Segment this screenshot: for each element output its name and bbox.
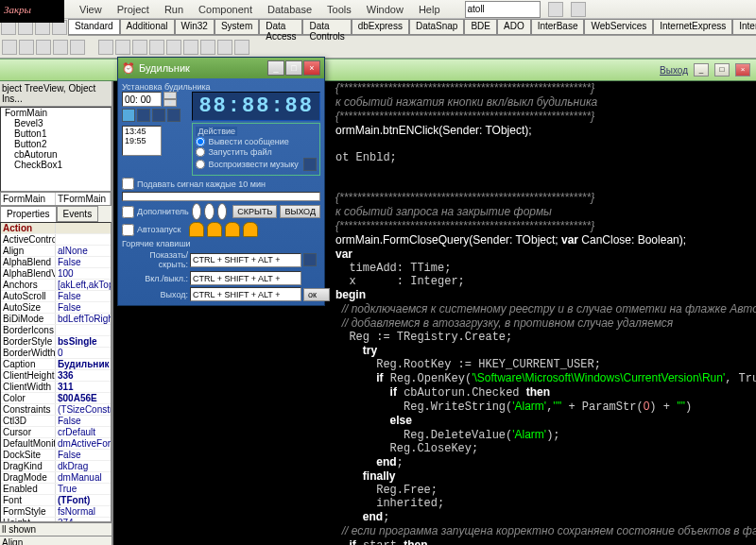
hotkey-input[interactable] xyxy=(190,271,301,285)
tab-system[interactable]: System xyxy=(215,19,259,35)
toolbar-icon[interactable] xyxy=(571,2,586,17)
component-icon[interactable] xyxy=(183,40,198,55)
radio-message[interactable] xyxy=(196,137,205,146)
prop-value[interactable]: False xyxy=(56,416,111,426)
tab-ado[interactable]: ADO xyxy=(497,19,531,35)
radio-playmusic[interactable] xyxy=(196,160,205,169)
prop-value[interactable]: (TFont) xyxy=(56,495,111,505)
prop-value[interactable]: 100 xyxy=(56,268,111,279)
tree-item[interactable]: Button1 xyxy=(1,128,111,139)
clock-icon[interactable] xyxy=(204,203,215,220)
saveall-icon[interactable] xyxy=(36,40,51,55)
prop-value[interactable]: 336 xyxy=(56,370,111,381)
menu-window[interactable]: Window xyxy=(363,3,407,16)
prop-value[interactable]: 311 xyxy=(56,382,111,392)
maximize-button[interactable]: □ xyxy=(714,63,730,77)
alarm-list[interactable]: 13:45 19:55 xyxy=(122,126,162,156)
prop-value[interactable]: alNone xyxy=(56,246,111,256)
prop-value[interactable]: False xyxy=(56,302,111,313)
prop-value[interactable]: dkDrag xyxy=(56,461,111,471)
bell-icon[interactable] xyxy=(207,222,222,237)
save-icon[interactable] xyxy=(19,40,34,55)
prop-value[interactable]: True xyxy=(56,484,111,494)
exit-button[interactable]: ВЫХОД xyxy=(280,205,320,218)
tree-item[interactable]: CheckBox1 xyxy=(1,160,111,170)
slider[interactable] xyxy=(122,192,320,201)
weekday-toggle[interactable] xyxy=(122,109,135,122)
menu-database[interactable]: Database xyxy=(264,3,316,16)
clock-icon[interactable] xyxy=(192,203,202,220)
minimize-button[interactable]: _ xyxy=(267,60,284,76)
tree-tab-label[interactable]: bject TreeView, Object Ins... xyxy=(0,81,112,107)
property-grid[interactable]: Action ActiveControlAlignalNoneAlphaBlen… xyxy=(0,222,112,522)
bell-icon[interactable] xyxy=(243,222,258,237)
prop-value[interactable]: $00A56E xyxy=(56,393,111,403)
menu-run[interactable]: Run xyxy=(161,3,187,16)
spin-up-button[interactable]: ▲ xyxy=(163,92,177,99)
radio-runfile[interactable] xyxy=(196,147,205,157)
menu-tools[interactable]: Tools xyxy=(323,3,355,16)
component-icon[interactable] xyxy=(132,40,147,55)
prop-value[interactable]: False xyxy=(56,450,111,460)
tab-internet[interactable]: Internet xyxy=(732,19,756,35)
menu-help[interactable]: Help xyxy=(415,3,444,16)
prop-value[interactable] xyxy=(56,325,111,335)
ok-button[interactable]: ок xyxy=(303,288,330,301)
tree-item[interactable]: FormMain xyxy=(1,108,111,118)
browse-button[interactable] xyxy=(303,158,317,171)
bell-icon[interactable] xyxy=(189,222,204,237)
run-icon[interactable] xyxy=(53,40,68,55)
clock-icon[interactable] xyxy=(217,203,228,220)
component-icon[interactable] xyxy=(166,40,181,55)
close-button[interactable]: × xyxy=(735,63,750,77)
prop-value[interactable]: dmActiveForm xyxy=(56,438,111,449)
tab-interbase[interactable]: InterBase xyxy=(531,19,585,35)
maximize-button[interactable]: □ xyxy=(285,60,302,76)
autostart-checkbox[interactable] xyxy=(122,224,134,236)
tab-internetexpress[interactable]: InternetExpress xyxy=(653,19,732,35)
component-icon[interactable] xyxy=(200,40,215,55)
tab-datacontrols[interactable]: Data Controls xyxy=(302,19,351,35)
hotkey-input[interactable] xyxy=(190,253,301,267)
close-button[interactable]: × xyxy=(303,60,320,76)
prop-value[interactable]: 0 xyxy=(56,348,111,358)
weekday-toggle[interactable] xyxy=(152,109,165,122)
tab-datasnap[interactable]: DataSnap xyxy=(409,19,464,35)
prop-value[interactable]: Будильник xyxy=(56,359,111,369)
spin-down-button[interactable]: ▼ xyxy=(163,99,177,107)
menu-component[interactable]: Component xyxy=(195,3,256,16)
prop-value[interactable]: bsSingle xyxy=(56,336,111,347)
prop-value[interactable] xyxy=(56,234,111,245)
menu-view[interactable]: View xyxy=(76,3,106,16)
weekday-toggle[interactable] xyxy=(167,109,180,122)
prop-value[interactable]: fsNormal xyxy=(56,506,111,517)
tab-additional[interactable]: Additional xyxy=(120,19,175,35)
repeat-checkbox[interactable] xyxy=(122,178,134,190)
alarm-titlebar[interactable]: ⏰ Будильник _ □ × xyxy=(118,58,324,78)
prop-value[interactable]: (TSizeConstra xyxy=(56,404,111,415)
weekday-toggle[interactable] xyxy=(137,109,150,122)
exit-link[interactable]: Выход xyxy=(660,65,688,76)
help-search-input[interactable] xyxy=(465,1,541,18)
open-icon[interactable] xyxy=(2,40,17,55)
tree-item[interactable]: Button2 xyxy=(1,139,111,149)
extra-checkbox[interactable] xyxy=(122,206,134,218)
tab-standard[interactable]: Standard xyxy=(68,19,120,35)
help-icon[interactable] xyxy=(548,2,563,17)
prop-value[interactable]: False xyxy=(56,291,111,301)
tab-dataaccess[interactable]: Data Access xyxy=(259,19,302,35)
tab-bde[interactable]: BDE xyxy=(464,19,497,35)
prop-value[interactable]: [akLeft,akTop] xyxy=(56,280,111,290)
pause-icon[interactable] xyxy=(70,40,85,55)
object-tree[interactable]: FormMain Bevel3 Button1 Button2 cbAutoru… xyxy=(0,107,112,192)
hk-browse[interactable] xyxy=(303,253,317,266)
bell-icon[interactable] xyxy=(225,222,240,237)
component-icon[interactable] xyxy=(115,40,130,55)
prop-value[interactable]: False xyxy=(56,257,111,267)
tab-events[interactable]: Events xyxy=(57,206,99,222)
component-combo[interactable]: FormMainTFormMain xyxy=(0,192,112,206)
component-icon[interactable] xyxy=(149,40,164,55)
component-icon[interactable] xyxy=(234,40,249,55)
hide-button[interactable]: СКРЫТЬ xyxy=(232,205,277,218)
tree-item[interactable]: Bevel3 xyxy=(1,118,111,128)
